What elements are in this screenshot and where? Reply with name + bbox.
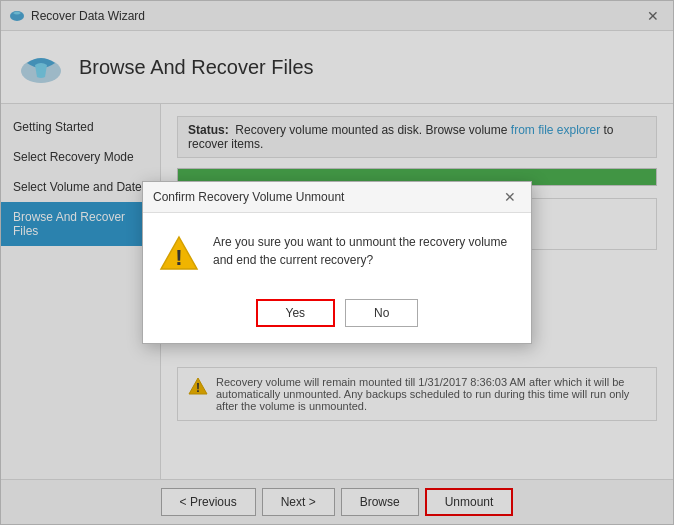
dialog-title: Confirm Recovery Volume Unmount — [153, 190, 344, 204]
dialog-close-button[interactable]: ✕ — [499, 188, 521, 206]
svg-text:!: ! — [175, 245, 182, 270]
confirm-dialog: Confirm Recovery Volume Unmount ✕ ! Are … — [142, 181, 532, 344]
dialog-footer: Yes No — [143, 289, 531, 343]
dialog-no-button[interactable]: No — [345, 299, 418, 327]
dialog-message: Are you sure you want to unmount the rec… — [213, 233, 515, 269]
dialog-titlebar: Confirm Recovery Volume Unmount ✕ — [143, 182, 531, 213]
dialog-yes-button[interactable]: Yes — [256, 299, 336, 327]
dialog-overlay: Confirm Recovery Volume Unmount ✕ ! Are … — [1, 1, 673, 524]
main-window: Recover Data Wizard ✕ Browse And Recover… — [0, 0, 674, 525]
dialog-body: ! Are you sure you want to unmount the r… — [143, 213, 531, 289]
dialog-warning-icon: ! — [159, 233, 199, 273]
